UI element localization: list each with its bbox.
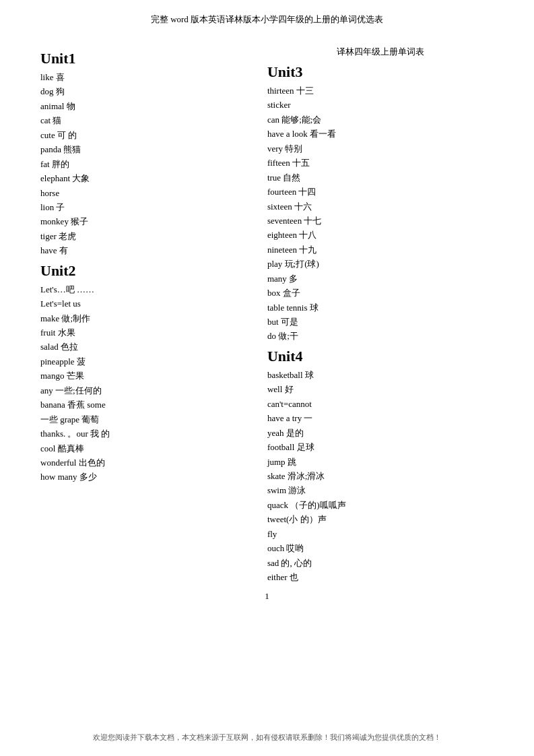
word-item: thanks. 。our 我 的: [40, 427, 254, 441]
word-item: Let's=let us: [40, 296, 254, 311]
word-item: elephant 大象: [40, 171, 254, 185]
unit1-words: like 喜dog 狗animal 物cat 猫cute 可 的panda 熊猫…: [40, 70, 254, 258]
unit2-title: Unit2: [40, 262, 254, 280]
word-item: but 可是: [267, 315, 494, 329]
word-item: play 玩;打(球): [267, 257, 494, 271]
right-column: 译林四年级上册单词表 Unit3 thirteen 十三stickercan 能…: [261, 46, 494, 584]
unit1-title: Unit1: [40, 50, 254, 67]
word-item: well 好: [267, 382, 494, 396]
word-item: Let's…吧 ……: [40, 282, 254, 296]
word-item: football 足球: [267, 440, 494, 454]
word-item: lion 子: [40, 200, 254, 214]
word-item: seventeen 十七: [267, 214, 494, 228]
word-item: fourteen 十四: [267, 185, 494, 199]
word-item: cool 酷真棒: [40, 441, 254, 455]
word-item: horse: [40, 186, 254, 200]
word-item: have a try 一: [267, 411, 494, 425]
word-item: quack （子的)呱呱声: [267, 498, 494, 512]
word-item: animal 物: [40, 99, 254, 113]
word-item: tiger 老虎: [40, 229, 254, 243]
word-item: sad 的, 心的: [267, 556, 494, 570]
word-item: panda 熊猫: [40, 142, 254, 156]
word-item: thirteen 十三: [267, 84, 494, 98]
word-item: basketball 球: [267, 368, 494, 382]
word-item: jump 跳: [267, 455, 494, 469]
page: 完整 word 版本英语译林版本小学四年级的上册的单词优选表 Unit1 lik…: [0, 0, 534, 756]
subtitle: 译林四年级上册单词表: [267, 46, 494, 58]
page-number: 1: [40, 591, 494, 602]
word-item: any 一些;任何的: [40, 383, 254, 398]
word-item: mango 芒果: [40, 369, 254, 383]
word-item: box 盒子: [267, 286, 494, 300]
word-item: do 做;干: [267, 329, 494, 343]
word-item: make 做;制作: [40, 311, 254, 325]
word-item: skate 滑冰;滑冰: [267, 469, 494, 483]
word-item: yeah 是的: [267, 426, 494, 440]
word-item: fruit 水果: [40, 325, 254, 340]
unit4-words: basketball 球well 好can't=cannothave a try…: [267, 368, 494, 585]
word-item: fly: [267, 527, 494, 541]
left-column: Unit1 like 喜dog 狗animal 物cat 猫cute 可 的pa…: [40, 46, 261, 484]
word-item: cute 可 的: [40, 128, 254, 142]
word-item: sixteen 十六: [267, 199, 494, 214]
word-item: ouch 哎哟: [267, 541, 494, 555]
word-item: eighteen 十八: [267, 228, 494, 242]
word-item: either 也: [267, 570, 494, 584]
unit2-words: Let's…吧 ……Let's=let usmake 做;制作fruit 水果s…: [40, 282, 254, 484]
word-item: monkey 猴子: [40, 214, 254, 228]
word-item: pineapple 菠: [40, 354, 254, 369]
word-item: fat 胖的: [40, 157, 254, 171]
unit4-title: Unit4: [267, 348, 494, 365]
word-item: sticker: [267, 98, 494, 112]
unit3-title: Unit3: [267, 63, 494, 81]
word-item: dog 狗: [40, 84, 254, 98]
word-item: like 喜: [40, 70, 254, 84]
word-item: table tennis 球: [267, 301, 494, 315]
word-item: tweet(小 的）声: [267, 512, 494, 526]
word-item: very 特别: [267, 141, 494, 156]
word-item: can 能够;能;会: [267, 113, 494, 127]
word-item: true 自然: [267, 170, 494, 185]
word-item: salad 色拉: [40, 340, 254, 354]
word-item: wonderful 出色的: [40, 455, 254, 470]
unit3-words: thirteen 十三stickercan 能够;能;会have a look …: [267, 84, 494, 344]
footer: 欢迎您阅读并下载本文档，本文档来源于互联网，如有侵权请联系删除！我们将竭诚为您提…: [0, 732, 534, 743]
word-item: can't=cannot: [267, 397, 494, 411]
top-title: 完整 word 版本英语译林版本小学四年级的上册的单词优选表: [40, 13, 494, 26]
word-item: swim 游泳: [267, 483, 494, 497]
word-item: fifteen 十五: [267, 156, 494, 170]
word-item: many 多: [267, 272, 494, 286]
word-item: banana 香蕉 some: [40, 398, 254, 412]
word-item: how many 多少: [40, 470, 254, 484]
word-item: 一些 grape 葡萄: [40, 412, 254, 427]
word-item: have a look 看一看: [267, 127, 494, 141]
word-item: have 有: [40, 243, 254, 257]
word-item: cat 猫: [40, 113, 254, 127]
word-item: nineteen 十九: [267, 243, 494, 257]
